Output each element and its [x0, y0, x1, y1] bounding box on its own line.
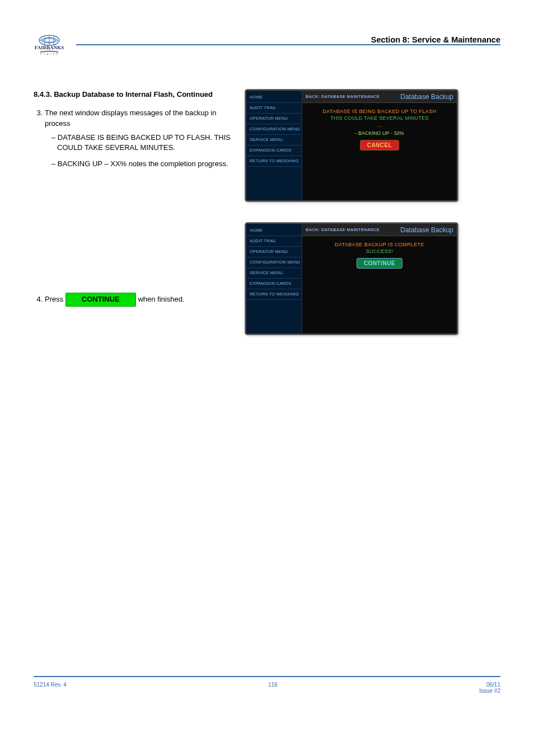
- page-footer: 51214 Rev. 4 116 06/11 Issue #2: [34, 676, 500, 694]
- screenshot-sidebar: HOME AUDIT TRAIL OPERATOR MENU CONFIGURA…: [246, 224, 302, 334]
- sidebar-item-audit-trail[interactable]: AUDIT TRAIL: [246, 103, 302, 114]
- screenshot-sidebar: HOME AUDIT TRAIL OPERATOR MENU CONFIGURA…: [246, 91, 302, 200]
- sidebar-item-return-to-weighing[interactable]: RETURN TO WEIGHING: [246, 156, 302, 167]
- subsection-heading: 8.4.3. Backup Database to Internal Flash…: [34, 90, 235, 100]
- header-rule: Section 8: Service & Maintenance: [76, 44, 500, 45]
- page-header: FAIRBANKS S C A L E S Section 8: Service…: [34, 34, 500, 56]
- sidebar-item-audit-trail[interactable]: AUDIT TRAIL: [246, 236, 302, 247]
- sidebar-item-expansion-cards[interactable]: EXPANSION CARDS: [246, 145, 302, 156]
- footer-date-issue: 06/11 Issue #2: [479, 682, 500, 694]
- sidebar-item-operator-menu[interactable]: OPERATOR MENU: [246, 114, 302, 124]
- screen-title: Database Backup: [400, 226, 453, 234]
- back-link[interactable]: BACK: DATABASE MAINTENANCE: [306, 227, 380, 232]
- section-title: Section 8: Service & Maintenance: [367, 35, 500, 44]
- back-link[interactable]: BACK: DATABASE MAINTENANCE: [306, 94, 380, 99]
- status-progress-percent: - BACKING UP - 32%: [302, 130, 457, 136]
- sidebar-item-home[interactable]: HOME: [246, 226, 302, 236]
- continue-button[interactable]: CONTINUE: [357, 258, 402, 269]
- sidebar-item-configuration-menu[interactable]: CONFIGURATION MENU: [246, 257, 302, 268]
- screenshot-topbar: BACK: DATABASE MAINTENANCE Database Back…: [302, 224, 457, 236]
- status-message-success: SUCCESS!: [302, 248, 457, 254]
- cancel-button[interactable]: CANCEL: [360, 140, 400, 151]
- screenshot-backup-complete: HOME AUDIT TRAIL OPERATOR MENU CONFIGURA…: [245, 223, 458, 335]
- step-3: The next window displays messages of the…: [45, 108, 235, 170]
- footer-doc-rev: 51214 Rev. 4: [34, 682, 67, 694]
- sidebar-item-operator-menu[interactable]: OPERATOR MENU: [246, 247, 302, 257]
- instruction-column: 8.4.3. Backup Database to Internal Flash…: [34, 90, 235, 356]
- sidebar-item-home[interactable]: HOME: [246, 92, 302, 103]
- screen-title: Database Backup: [400, 93, 453, 101]
- status-message-flash: DATABASE IS BEING BACKED UP TO FLASH: [302, 109, 457, 114]
- footer-page-number: 116: [268, 682, 278, 694]
- continue-button-inline: CONTINUE: [65, 293, 136, 307]
- progress-dots: ···: [302, 124, 457, 129]
- status-message-complete: DATABASE BACKUP IS COMPLETE: [302, 242, 457, 247]
- screenshot-backup-progress: HOME AUDIT TRAIL OPERATOR MENU CONFIGURA…: [245, 90, 458, 201]
- step-3-bullet-1: DATABASE IS BEING BACKED UP TO FLASH. TH…: [51, 133, 235, 154]
- status-message-minutes: THIS COULD TAKE SEVERAL MINUTES: [302, 115, 457, 121]
- step-4: Press CONTINUE when finished.: [45, 293, 235, 307]
- svg-text:S C A L E S: S C A L E S: [40, 53, 58, 55]
- screenshots-column: HOME AUDIT TRAIL OPERATOR MENU CONFIGURA…: [245, 90, 500, 356]
- sidebar-item-expansion-cards[interactable]: EXPANSION CARDS: [246, 279, 302, 289]
- svg-text:FAIRBANKS: FAIRBANKS: [35, 45, 64, 50]
- sidebar-item-service-menu[interactable]: SERVICE MENU: [246, 135, 302, 145]
- sidebar-item-configuration-menu[interactable]: CONFIGURATION MENU: [246, 124, 302, 135]
- sidebar-item-service-menu[interactable]: SERVICE MENU: [246, 268, 302, 279]
- screenshot-topbar: BACK: DATABASE MAINTENANCE Database Back…: [302, 91, 457, 103]
- step-3-bullet-2: BACKING UP – XX% notes the completion pr…: [51, 159, 235, 170]
- sidebar-item-return-to-weighing[interactable]: RETURN TO WEIGHING: [246, 289, 302, 300]
- fairbanks-logo: FAIRBANKS S C A L E S: [34, 34, 65, 56]
